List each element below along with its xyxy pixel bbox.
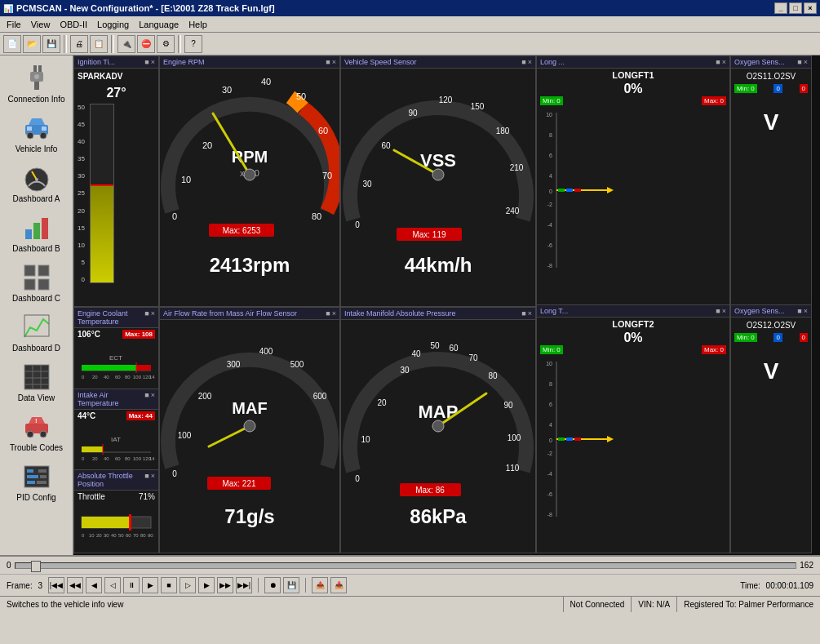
import-button[interactable]: 📥 bbox=[330, 577, 347, 593]
maf-panel: Air Flow Rate from Mass Air Flow Sensor … bbox=[159, 307, 340, 553]
oxygen1-range: Min: 0 0 0 bbox=[731, 84, 811, 93]
window-title: PCMSCAN - New Configuration* - [E:\2001 … bbox=[16, 3, 275, 13]
svg-text:6: 6 bbox=[549, 153, 552, 158]
svg-marker-97 bbox=[607, 436, 614, 442]
help-button[interactable]: ? bbox=[184, 35, 202, 53]
menu-language[interactable]: Language bbox=[134, 18, 184, 31]
print-button[interactable]: 🖨 bbox=[70, 35, 88, 53]
svg-text:20: 20 bbox=[96, 533, 102, 538]
content-area: Ignition Ti... ■ × SPARKADV 27° 50 45 40… bbox=[73, 56, 820, 555]
longft1-close-btn[interactable]: × bbox=[722, 58, 726, 66]
copy-button[interactable]: 📋 bbox=[90, 35, 108, 53]
ect-close-btn[interactable]: × bbox=[151, 309, 155, 326]
ignition-close-btn[interactable]: × bbox=[151, 58, 155, 66]
sidebar-item-trouble-codes[interactable]: ! Trouble Codes bbox=[4, 407, 69, 455]
disconnect-button[interactable]: ⛔ bbox=[137, 35, 155, 53]
iat-close-btn[interactable]: × bbox=[151, 391, 155, 407]
menu-help[interactable]: Help bbox=[184, 18, 212, 31]
prev-button[interactable]: ◀ bbox=[86, 577, 102, 593]
longft2-close-btn[interactable]: × bbox=[722, 307, 726, 315]
map-close-btn[interactable]: × bbox=[528, 309, 532, 318]
sidebar-label-vehicle: Vehicle Info bbox=[16, 144, 58, 153]
sidebar-item-dashboard-c[interactable]: Dashboard C bbox=[4, 258, 69, 306]
vss-minimize-btn[interactable]: ■ bbox=[521, 58, 525, 66]
svg-rect-9 bbox=[42, 127, 47, 131]
export-button[interactable]: 📤 bbox=[312, 577, 328, 593]
maximize-button[interactable]: □ bbox=[789, 2, 802, 14]
play-button[interactable]: ▶ bbox=[142, 577, 158, 593]
close-button[interactable]: × bbox=[804, 2, 817, 14]
svg-text:8: 8 bbox=[549, 381, 552, 387]
stop-button[interactable]: ■ bbox=[161, 577, 177, 593]
throttle-close-btn[interactable]: × bbox=[151, 472, 155, 488]
minimize-button[interactable]: _ bbox=[774, 2, 787, 14]
rpm-minimize-btn[interactable]: ■ bbox=[326, 58, 330, 66]
sidebar-item-data-view[interactable]: Data View bbox=[4, 358, 69, 406]
vss-panel: Vehicle Speed Sensor ■ × 0 30 60 90 120 … bbox=[340, 56, 536, 307]
scale-40: 40 bbox=[78, 138, 85, 145]
prev-fast-button[interactable]: ◀◀ bbox=[67, 577, 83, 593]
maf-title: Air Flow Rate from Mass Air Flow Sensor bbox=[163, 309, 297, 318]
throttle-label: Throttle bbox=[78, 492, 105, 501]
ect-minimize-btn[interactable]: ■ bbox=[144, 309, 148, 326]
scale-45: 45 bbox=[78, 121, 85, 128]
svg-text:100: 100 bbox=[508, 433, 521, 442]
longft1-minimize-btn[interactable]: ■ bbox=[716, 58, 720, 66]
new-button[interactable]: 📄 bbox=[3, 35, 21, 53]
oxygen1-close-btn[interactable]: × bbox=[804, 58, 808, 66]
connect-button[interactable]: 🔌 bbox=[117, 35, 135, 53]
last-frame-button[interactable]: ▶▶| bbox=[236, 577, 252, 593]
maf-gauge-container: 0 100 200 300 400 500 600 MAF Ma bbox=[160, 320, 339, 532]
oxygen2-close-btn[interactable]: × bbox=[804, 307, 808, 315]
svg-text:MAF: MAF bbox=[232, 399, 267, 417]
open-button[interactable]: 📂 bbox=[23, 35, 41, 53]
oxygen2-minimize-btn[interactable]: ■ bbox=[797, 307, 801, 315]
playback-slider[interactable] bbox=[15, 562, 797, 569]
longft2-minimize-btn[interactable]: ■ bbox=[716, 307, 720, 315]
menu-file[interactable]: File bbox=[2, 18, 26, 31]
prev-slow-button[interactable]: ◁ bbox=[104, 577, 121, 593]
next-slow-button[interactable]: ▷ bbox=[180, 577, 196, 593]
first-frame-button[interactable]: |◀◀ bbox=[48, 577, 64, 593]
svg-text:10: 10 bbox=[546, 361, 552, 366]
save-button[interactable]: 💾 bbox=[42, 35, 60, 53]
settings-button[interactable]: ⚙ bbox=[157, 35, 175, 53]
next-button[interactable]: ▶ bbox=[198, 577, 215, 593]
ect-gauge-svg: 0 20 40 60 80 100 120 140 ECT bbox=[78, 342, 155, 383]
maf-close-btn[interactable]: × bbox=[332, 309, 336, 318]
oxygen1-minimize-btn[interactable]: ■ bbox=[797, 58, 801, 66]
vss-close-btn[interactable]: × bbox=[528, 58, 532, 66]
ignition-minimize-btn[interactable]: ■ bbox=[144, 58, 148, 66]
sidebar-item-connection[interactable]: Connection Info bbox=[4, 59, 69, 107]
ignition-panel: Ignition Ti... ■ × SPARKADV 27° 50 45 40… bbox=[73, 56, 159, 307]
longft2-title: Long T... bbox=[540, 307, 568, 315]
oxygen2-range: Min: 0 0 0 bbox=[731, 333, 811, 342]
longft2-label: LONGFT2 bbox=[537, 318, 729, 331]
menu-logging[interactable]: Logging bbox=[92, 18, 134, 31]
throttle-panel: Absolute Throttle Position ■ × Throttle … bbox=[74, 470, 158, 553]
save-log-button[interactable]: 💾 bbox=[283, 577, 299, 593]
sidebar-item-dashboard-a[interactable]: Dashboard A bbox=[4, 158, 69, 207]
map-minimize-btn[interactable]: ■ bbox=[521, 309, 525, 318]
svg-text:20: 20 bbox=[202, 140, 212, 150]
iat-minimize-btn[interactable]: ■ bbox=[144, 391, 148, 407]
svg-rect-100 bbox=[574, 437, 581, 441]
sidebar-item-dashboard-d[interactable]: Dashboard D bbox=[4, 308, 69, 356]
next-fast-button[interactable]: ▶▶ bbox=[217, 577, 233, 593]
menu-view[interactable]: View bbox=[26, 18, 55, 31]
sidebar-item-vehicle[interactable]: Vehicle Info bbox=[4, 109, 69, 157]
svg-text:140: 140 bbox=[149, 375, 155, 380]
longft2-chart: 10 8 6 4 0 -2 -4 -6 -8 bbox=[540, 358, 726, 540]
pause-button[interactable]: ⏸ bbox=[123, 577, 140, 593]
sidebar-item-dashboard-b[interactable]: Dashboard B bbox=[4, 208, 69, 256]
record-button[interactable]: ⏺ bbox=[264, 577, 281, 593]
longft1-chart: 10 8 6 4 0 -2 -4 -6 -8 bbox=[540, 109, 726, 291]
ect-title-bar: Engine Coolant Temperature ■ × bbox=[74, 308, 158, 328]
maf-title-bar: Air Flow Rate from Mass Air Flow Sensor … bbox=[160, 308, 339, 320]
menu-obd2[interactable]: OBD-II bbox=[55, 18, 92, 31]
maf-minimize-btn[interactable]: ■ bbox=[326, 309, 330, 318]
slider-thumb[interactable] bbox=[31, 561, 41, 572]
sidebar-item-pid-config[interactable]: PID Config bbox=[4, 457, 69, 505]
throttle-minimize-btn[interactable]: ■ bbox=[144, 472, 148, 488]
rpm-close-btn[interactable]: × bbox=[332, 58, 336, 66]
